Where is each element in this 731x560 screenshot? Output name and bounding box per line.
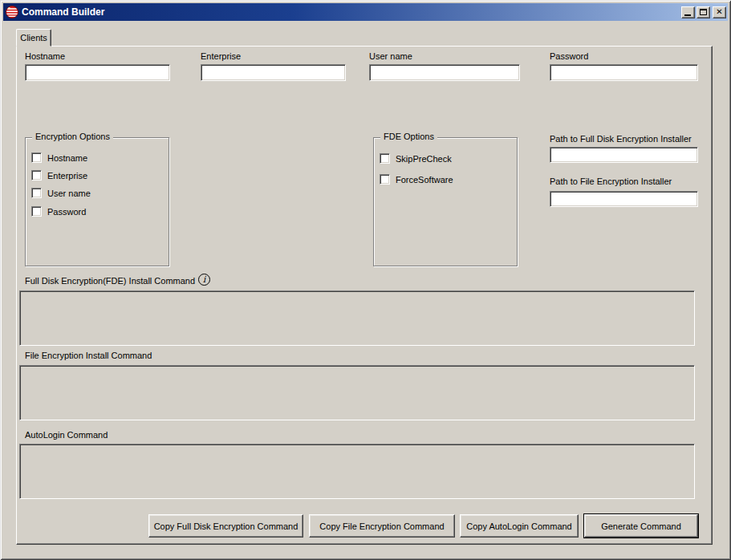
maximize-button[interactable]: [696, 6, 710, 18]
clients-tab-page: [16, 46, 713, 545]
window-title: Command Builder: [22, 6, 681, 18]
titlebar: Command Builder ✕: [3, 3, 728, 21]
tab-clients[interactable]: Clients: [16, 29, 51, 47]
command-builder-window: Command Builder ✕ Clients Hostname Enter…: [0, 0, 731, 560]
minimize-icon: [684, 14, 691, 16]
minimize-button[interactable]: [681, 6, 695, 18]
maximize-icon: [700, 9, 707, 15]
close-icon: ✕: [716, 8, 722, 16]
tab-clients-label: Clients: [20, 33, 47, 43]
app-logo-icon: [6, 6, 18, 18]
close-button[interactable]: ✕: [713, 6, 726, 18]
